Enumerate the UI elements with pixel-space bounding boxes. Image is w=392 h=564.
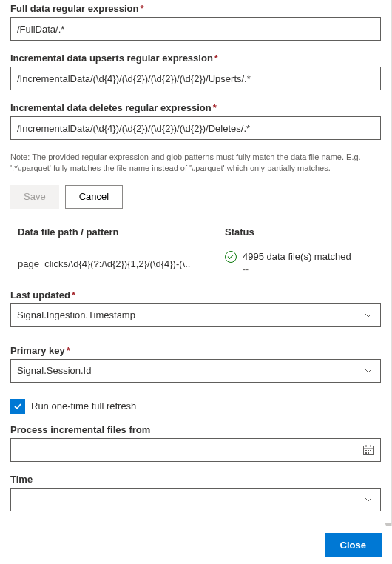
primary-key-dropdown[interactable]: Signal.Session.Id	[10, 359, 381, 383]
full-data-regex-input[interactable]	[10, 17, 381, 41]
table-row: page_clicks/\d{4}(?:/\d{2}){1,2}/(\d{4})…	[10, 244, 381, 282]
calendar-icon	[362, 444, 374, 456]
primary-key-value: Signal.Session.Id	[17, 365, 91, 376]
status-text: 4995 data file(s) matched	[243, 251, 351, 262]
table-cell-path: page_clicks/\d{4}(?:/\d{2}){1,2}/(\d{4})…	[18, 251, 225, 269]
process-from-input[interactable]	[10, 438, 381, 462]
last-updated-value: Signal.Ingestion.Timestamp	[17, 309, 135, 320]
last-updated-label: Last updated*	[10, 289, 381, 301]
chevron-down-icon	[364, 311, 373, 320]
chevron-down-icon	[364, 366, 373, 375]
deletes-regex-input[interactable]	[10, 116, 381, 140]
full-data-regex-label: Full data regular expression*	[10, 3, 381, 14]
process-from-label: Process incremental files from	[10, 424, 381, 435]
svg-rect-5	[368, 450, 369, 451]
last-updated-dropdown[interactable]: Signal.Ingestion.Timestamp	[10, 303, 381, 327]
col-header-status: Status	[225, 226, 374, 238]
save-button: Save	[10, 185, 59, 209]
svg-rect-7	[365, 452, 367, 454]
col-header-path: Data file path / pattern	[18, 226, 225, 238]
status-extra: --	[225, 264, 374, 275]
close-button[interactable]: Close	[325, 533, 382, 557]
svg-rect-6	[370, 450, 371, 451]
regex-note: Note: The provided regular expression an…	[10, 152, 381, 175]
checkmark-icon	[13, 402, 22, 411]
table-header: Data file path / pattern Status	[10, 221, 381, 244]
full-refresh-checkbox[interactable]	[10, 399, 25, 414]
check-circle-icon	[225, 251, 237, 263]
svg-rect-4	[365, 450, 367, 451]
full-refresh-label[interactable]: Run one-time full refresh	[31, 400, 136, 412]
primary-key-label: Primary key*	[10, 345, 381, 356]
upserts-regex-label: Incremental data upserts regular express…	[10, 53, 381, 64]
deletes-regex-label: Incremental data deletes regular express…	[10, 102, 381, 113]
chevron-down-icon	[364, 495, 373, 504]
upserts-regex-input[interactable]	[10, 67, 381, 90]
time-label: Time	[10, 474, 381, 485]
cancel-button[interactable]: Cancel	[65, 185, 123, 209]
svg-rect-8	[368, 452, 369, 454]
time-dropdown[interactable]	[10, 488, 381, 511]
